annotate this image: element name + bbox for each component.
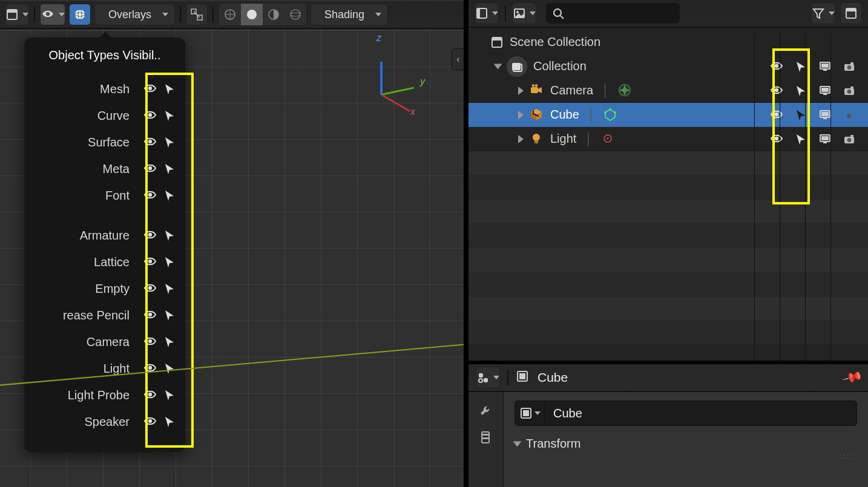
viewport-toggle[interactable]: [815, 84, 835, 97]
visibility-button[interactable]: [40, 4, 65, 25]
expand-icon[interactable]: [518, 111, 524, 119]
display-mode-button[interactable]: [512, 2, 536, 24]
select-toggle[interactable]: [160, 255, 179, 269]
viewport-toggle[interactable]: [815, 108, 835, 122]
eye-toggle[interactable]: [140, 109, 160, 122]
hide-toggle[interactable]: [766, 132, 787, 146]
render-toggle[interactable]: [839, 108, 860, 122]
shading-material-button[interactable]: [263, 4, 284, 25]
tree-row-object[interactable]: Light │: [469, 127, 868, 151]
vertical-divider[interactable]: [464, 0, 469, 487]
select-toggle[interactable]: [160, 189, 179, 202]
visibility-row: Lattice: [30, 249, 179, 275]
svg-point-56: [847, 138, 852, 142]
type-label: Meta: [30, 162, 140, 176]
type-label: Curve: [30, 109, 140, 123]
select-toggle[interactable]: [160, 162, 179, 175]
tree-row-object[interactable]: Camera │: [469, 79, 868, 103]
eye-toggle[interactable]: [140, 255, 160, 269]
editor-type-button[interactable]: [5, 4, 29, 25]
shading-solid-button[interactable]: [241, 4, 263, 25]
drag-dots-icon[interactable]: ::::: [840, 452, 855, 460]
select-toggle[interactable]: [160, 109, 179, 122]
render-toggle[interactable]: [839, 84, 860, 97]
eye-toggle[interactable]: [140, 415, 160, 428]
hide-toggle[interactable]: [766, 60, 787, 73]
tab-tool-icon[interactable]: [479, 404, 493, 419]
properties-editor-type-button[interactable]: [476, 367, 500, 388]
shading-dropdown[interactable]: Shading: [311, 4, 388, 25]
new-collection-button[interactable]: [840, 2, 862, 24]
scene-collection-label: Scene Collection: [510, 35, 600, 49]
select-toggle[interactable]: [160, 229, 179, 242]
eye-toggle[interactable]: [140, 136, 160, 149]
eye-toggle[interactable]: [140, 335, 160, 348]
visibility-row: Meta: [30, 155, 179, 182]
render-toggle[interactable]: [839, 132, 860, 146]
render-toggle[interactable]: [839, 60, 860, 73]
select-toggle[interactable]: [160, 82, 179, 96]
pin-icon[interactable]: 📌: [841, 367, 863, 388]
properties-header-name: Cube: [538, 370, 568, 385]
eye-toggle[interactable]: [140, 189, 160, 202]
eye-toggle[interactable]: [140, 229, 160, 242]
hide-toggle[interactable]: [766, 84, 787, 97]
outliner-search-input[interactable]: [546, 3, 680, 24]
type-label: Font: [30, 189, 140, 203]
expand-icon[interactable]: [518, 87, 524, 95]
shading-rendered-button[interactable]: [284, 4, 306, 25]
eye-toggle[interactable]: [140, 82, 160, 96]
select-toggle[interactable]: [791, 108, 811, 122]
overlays-dropdown[interactable]: Overlays: [94, 4, 175, 25]
eye-toggle[interactable]: [140, 388, 160, 402]
expand-icon[interactable]: [513, 441, 522, 446]
select-toggle[interactable]: [160, 415, 179, 428]
transform-panel-header[interactable]: Transform: [515, 437, 857, 451]
eye-toggle[interactable]: [140, 162, 160, 175]
svg-point-50: [847, 90, 852, 94]
hide-toggle[interactable]: [766, 108, 787, 122]
object-name-input[interactable]: Cube: [545, 400, 857, 426]
visibility-row: Surface: [30, 129, 179, 155]
select-toggle[interactable]: [791, 60, 811, 73]
collapse-sidebar-tab[interactable]: ‹: [452, 48, 464, 70]
tree-row-collection[interactable]: Collection: [469, 54, 868, 79]
eye-toggle[interactable]: [140, 362, 160, 375]
expand-icon[interactable]: [518, 135, 524, 143]
object-type-icon: [530, 132, 544, 146]
collection-label: Collection: [533, 59, 587, 73]
select-toggle[interactable]: [160, 388, 179, 402]
shading-label: Shading: [317, 8, 372, 21]
select-toggle[interactable]: [160, 362, 179, 375]
tree-row-object[interactable]: Cube │: [469, 103, 868, 127]
object-name-field: Cube: [515, 400, 857, 426]
eye-toggle[interactable]: [140, 282, 160, 295]
viewport-toggle[interactable]: [815, 132, 835, 146]
select-toggle[interactable]: [791, 84, 811, 97]
outliner-editor-type-button[interactable]: [475, 2, 499, 24]
overlays-label: Overlays: [101, 8, 159, 21]
type-label: rease Pencil: [30, 309, 140, 322]
visibility-row: Speaker: [30, 408, 179, 435]
viewport-toggle[interactable]: [815, 60, 835, 73]
select-toggle[interactable]: [791, 132, 811, 146]
select-toggle[interactable]: [160, 335, 179, 348]
select-toggle[interactable]: [160, 136, 179, 149]
eye-toggle[interactable]: [140, 309, 160, 322]
xray-button[interactable]: [186, 4, 208, 25]
expand-icon[interactable]: [494, 64, 502, 69]
object-data-icon: [603, 108, 618, 122]
svg-point-48: [46, 12, 50, 16]
tab-render-icon[interactable]: [479, 431, 493, 445]
viewport-3d[interactable]: Overlays Shading z y x ‹ Object Types Vi…: [0, 0, 464, 487]
select-toggle[interactable]: [160, 282, 179, 295]
filter-button[interactable]: [811, 2, 835, 24]
outliner-tree[interactable]: Scene Collection Collection Camera: [469, 28, 868, 345]
type-label: Camera: [30, 335, 140, 349]
tree-row-scene-collection[interactable]: Scene Collection: [469, 30, 868, 54]
select-toggle[interactable]: [160, 309, 179, 322]
overlays-toggle[interactable]: [69, 4, 91, 25]
object-datablock-button[interactable]: [515, 400, 545, 426]
axis-gizmo[interactable]: z y x: [363, 36, 436, 109]
shading-wire-button[interactable]: [219, 4, 241, 25]
